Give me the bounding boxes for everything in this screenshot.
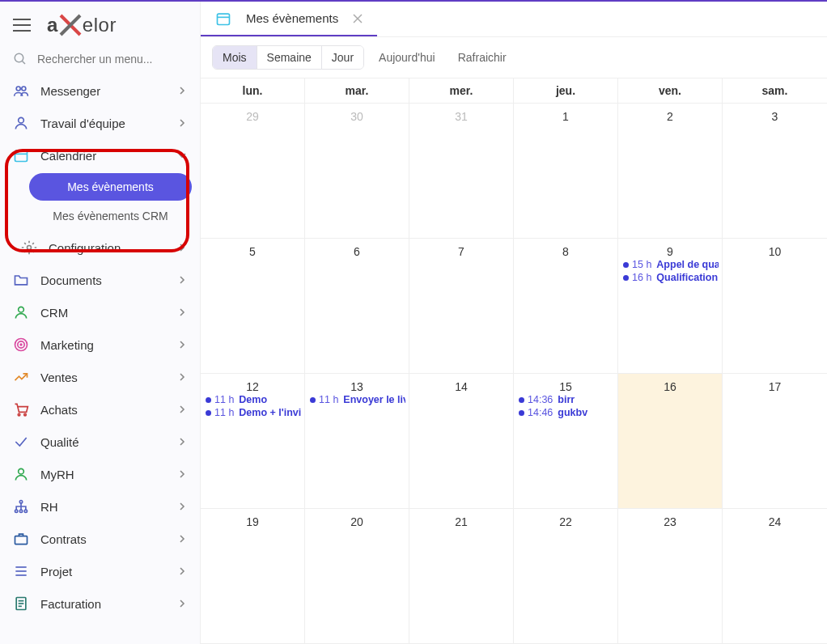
calendar-cell[interactable]: 6 [305, 239, 409, 374]
svg-point-5 [22, 87, 26, 91]
calendar-header: lun.mar.mer.jeu.ven.sam. [201, 78, 827, 104]
svg-rect-7 [15, 150, 28, 161]
sidebar-subitem-mes-v-nements[interactable]: Mes évènements [29, 173, 192, 201]
tab-my-events[interactable]: Mes évènements [201, 2, 377, 36]
day-number: 1 [517, 107, 614, 123]
event-title: Demo + l'invi [239, 407, 301, 418]
sidebar-item-marketing[interactable]: Marketing [0, 328, 200, 361]
day-number: 30 [308, 107, 405, 123]
svg-point-13 [19, 343, 22, 345]
tabbar: Mes évènements [201, 2, 827, 37]
sidebar-item-messenger[interactable]: Messenger [0, 74, 200, 107]
day-header: lun. [201, 78, 305, 104]
calendar-cell[interactable]: 3 [723, 104, 827, 239]
day-number: 13 [308, 377, 405, 393]
sidebar-item-label: Calendrier [40, 149, 96, 163]
calendar-event[interactable]: 11 hDemo + l'invi [204, 406, 301, 419]
svg-point-19 [19, 510, 22, 512]
sidebar-subitem-mes-v-nements-crm[interactable]: Mes évènements CRM [29, 202, 192, 230]
calendar-cell[interactable]: 14 [409, 374, 514, 509]
event-title: Envoyer le liv [343, 394, 405, 405]
calendar-cell[interactable]: 22 [514, 509, 618, 644]
calendar-cell[interactable]: 10 [723, 239, 827, 374]
today-button[interactable]: Aujourd'hui [371, 46, 443, 69]
calendar: lun.mar.mer.jeu.ven.sam. 293031123567891… [201, 78, 827, 644]
sidebar-item-rh[interactable]: RH [0, 490, 200, 523]
view-jour-button[interactable]: Jour [322, 46, 363, 69]
chevron-right-icon [177, 307, 187, 317]
calendar-event[interactable]: 14:46gukbv [517, 406, 614, 419]
calendar-event[interactable]: 16 hQualification [621, 271, 719, 284]
sidebar-item-contrats[interactable]: Contrats [0, 523, 200, 555]
calendar-cell[interactable]: 8 [514, 239, 618, 374]
menu-toggle-icon[interactable] [13, 19, 31, 32]
calendar-cell[interactable]: 31 [409, 104, 514, 239]
sidebar-item-label: Achats [40, 403, 78, 417]
day-number: 5 [204, 242, 301, 258]
sidebar-item-crm[interactable]: CRM [0, 296, 200, 328]
view-mois-button[interactable]: Mois [213, 46, 257, 69]
close-icon[interactable] [353, 14, 363, 23]
search-icon[interactable] [13, 52, 28, 66]
calendar-cell[interactable]: 7 [409, 239, 514, 374]
sidebar-item-label: Projet [40, 565, 72, 578]
calendar-event[interactable]: 15 hAppel de qua [621, 258, 719, 271]
event-time: 11 h [214, 394, 234, 405]
event-time: 14:36 [528, 394, 553, 405]
day-number: 31 [413, 107, 510, 123]
brand-logo[interactable]: a elor [47, 13, 117, 37]
list-icon [13, 563, 29, 579]
calendar-cell[interactable]: 1311 hEnvoyer le liv [305, 374, 409, 509]
calendar-cell[interactable]: 24 [723, 509, 827, 644]
calendar-event[interactable]: 11 hDemo [204, 393, 301, 406]
calendar-cell[interactable]: 1514:36birr14:46gukbv [514, 374, 618, 509]
calendar-cell[interactable]: 19 [201, 509, 305, 644]
svg-point-2 [15, 53, 23, 62]
target-icon [13, 337, 29, 353]
event-title: Qualification [656, 272, 718, 283]
calendar-event[interactable]: 11 hEnvoyer le liv [308, 393, 405, 406]
calendar-cell[interactable]: 29 [201, 104, 305, 239]
folder-icon [13, 272, 29, 288]
sidebar-item-myrh[interactable]: MyRH [0, 458, 200, 490]
event-time: 11 h [319, 394, 338, 405]
sidebar-item-projet[interactable]: Projet [0, 555, 200, 587]
sidebar-item-label: Messenger [40, 84, 100, 98]
day-number: 3 [726, 107, 824, 123]
org-icon [13, 498, 29, 515]
sidebar-item-documents[interactable]: Documents [0, 264, 200, 296]
calendar-cell[interactable]: 2 [618, 104, 723, 239]
search-input[interactable] [37, 53, 187, 66]
chevron-right-icon [177, 118, 187, 128]
calendar-cell[interactable]: 30 [305, 104, 409, 239]
event-title: gukbv [558, 407, 587, 418]
day-number: 12 [204, 377, 301, 393]
calendar-cell[interactable]: 20 [305, 509, 409, 644]
sidebar-item-facturation[interactable]: Facturation [0, 587, 200, 620]
briefcase-icon [13, 531, 29, 547]
calendar-cell[interactable]: 23 [618, 509, 723, 644]
sidebar-item-ventes[interactable]: Ventes [0, 361, 200, 393]
sidebar-item-label: Configuration [49, 241, 121, 255]
calendar-cell[interactable]: 1211 hDemo11 hDemo + l'invi [201, 374, 305, 509]
sidebar-item-travail-d-quipe[interactable]: Travail d'équipe [0, 107, 200, 139]
sidebar-item-configuration[interactable]: Configuration [0, 231, 200, 264]
refresh-button[interactable]: Rafraichir [450, 46, 515, 69]
day-number: 7 [413, 242, 510, 258]
calendar-cell[interactable]: 17 [723, 374, 827, 509]
sidebar-item-qualit-[interactable]: Qualité [0, 426, 200, 458]
svg-point-6 [19, 117, 24, 123]
calendar-cell[interactable]: 1 [514, 104, 618, 239]
day-number: 15 [517, 377, 614, 393]
sidebar-item-calendrier[interactable]: Calendrier [0, 139, 200, 172]
calendar-event[interactable]: 14:36birr [517, 393, 614, 406]
trend-icon [13, 369, 29, 385]
calendar-cell[interactable]: 5 [201, 239, 305, 374]
calendar-cell[interactable]: 21 [409, 509, 514, 644]
view-semaine-button[interactable]: Semaine [257, 46, 322, 69]
main: Mes évènements MoisSemaineJour Aujourd'h… [201, 2, 827, 644]
calendar-cell[interactable]: 915 hAppel de qua16 hQualification [618, 239, 723, 374]
sidebar-item-achats[interactable]: Achats [0, 393, 200, 426]
event-time: 14:46 [528, 407, 553, 418]
calendar-cell[interactable]: 16 [618, 374, 723, 509]
